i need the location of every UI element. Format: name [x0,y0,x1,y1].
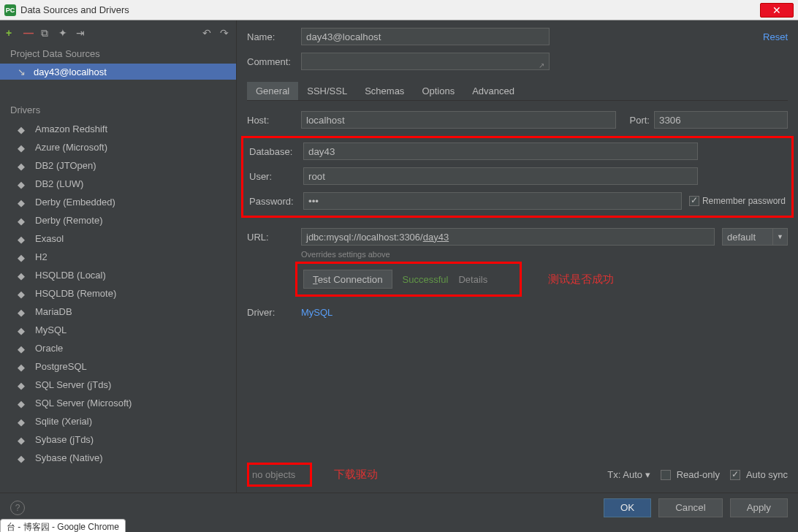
tx-mode-dropdown[interactable]: Tx: Auto ▾ [607,469,650,480]
driver-item[interactable]: ◆Azure (Microsoft) [0,138,236,156]
driver-item[interactable]: ◆MySQL [0,321,236,339]
datasource-item[interactable]: ↘ day43@localhost [0,64,236,80]
driver-label: Driver: [247,307,301,318]
driver-label: MySQL [35,324,66,335]
database-label: Database: [249,146,303,157]
user-input[interactable] [303,167,698,185]
remove-icon[interactable]: — [23,27,34,37]
url-type-dropdown-arrow[interactable]: ▼ [773,228,788,246]
password-label: Password: [249,196,303,207]
driver-label: Amazon Redshift [35,123,107,134]
project-data-sources-header: Project Data Sources [0,44,236,64]
driver-icon: ◆ [18,417,28,427]
driver-icon: ◆ [18,124,28,134]
driver-label: Sybase (Native) [35,452,102,463]
test-connection-highlight: TTest Connectionest Connection Successfu… [295,262,522,297]
driver-icon: ◆ [18,161,28,171]
driver-icon: ◆ [18,142,28,153]
driver-icon: ◆ [18,197,28,208]
url-input[interactable]: jdbc:mysql://localhost:3306/day43 [301,228,715,246]
tabs: GeneralSSH/SSLSchemasOptionsAdvanced [247,82,788,101]
driver-item[interactable]: ◆Exasol [0,229,236,248]
driver-item[interactable]: ◆MariaDB [0,303,236,321]
driver-item[interactable]: ◆Sybase (Native) [0,449,236,467]
driver-label: MariaDB [35,306,72,317]
port-input[interactable] [654,111,788,129]
tab-ssh-ssl[interactable]: SSH/SSL [298,82,356,100]
driver-item[interactable]: ◆PostgreSQL [0,357,236,376]
driver-item[interactable]: ◆Sybase (jTds) [0,430,236,449]
annotation-test: 测试是否成功 [548,273,614,286]
overrides-note: Overrides settings above [301,250,788,259]
add-icon[interactable]: + [6,27,16,37]
reset-link[interactable]: Reset [763,31,788,42]
driver-label: DB2 (LUW) [35,178,83,189]
driver-item[interactable]: ◆H2 [0,248,236,266]
close-window-button[interactable]: ✕ [760,3,794,18]
tx-mode-label: Tx: Auto [607,469,642,480]
driver-label: SQL Server (Microsoft) [35,398,132,408]
driver-item[interactable]: ◆DB2 (LUW) [0,175,236,193]
driver-icon: ◆ [18,270,28,281]
url-type-dropdown[interactable]: default [722,228,773,246]
driver-icon: ◆ [18,216,28,226]
url-prefix: jdbc:mysql://localhost:3306/ [306,232,423,243]
comment-input[interactable]: ↗ [301,53,550,70]
no-objects-highlight: no objects [247,463,312,487]
driver-icon: ◆ [18,343,28,354]
driver-item[interactable]: ◆SQL Server (jTds) [0,376,236,394]
driver-link[interactable]: MySQL [301,307,332,318]
tab-general[interactable]: General [247,82,298,100]
test-connection-button[interactable]: TTest Connectionest Connection [303,270,392,289]
expand-icon[interactable]: ↗ [539,61,544,69]
port-label: Port: [625,115,654,126]
import-icon[interactable]: ⇥ [76,27,86,37]
driver-item[interactable]: ◆Sqlite (Xerial) [0,412,236,430]
database-input[interactable] [303,142,698,160]
settings-icon[interactable]: ✦ [58,27,69,37]
details-link[interactable]: Details [458,274,487,285]
driver-item[interactable]: ◆Oracle [0,339,236,357]
annotation-download: 下载驱动 [334,468,378,482]
cancel-button[interactable]: Cancel [658,498,723,517]
remember-password-checkbox[interactable] [689,196,699,206]
driver-item[interactable]: ◆DB2 (JTOpen) [0,156,236,175]
sidebar: + — ⧉ ✦ ⇥ ↶ ↷ Project Data Sources ↘ day… [0,20,237,493]
driver-item[interactable]: ◆Derby (Embedded) [0,193,236,211]
copy-icon[interactable]: ⧉ [41,27,51,37]
sidebar-toolbar: + — ⧉ ✦ ⇥ ↶ ↷ [0,20,236,44]
driver-label: DB2 (JTOpen) [35,160,96,171]
driver-label: H2 [35,251,48,262]
tab-options[interactable]: Options [413,82,463,100]
driver-item[interactable]: ◆HSQLDB (Remote) [0,284,236,303]
apply-button[interactable]: Apply [730,498,788,517]
driver-item[interactable]: ◆SQL Server (Microsoft) [0,394,236,412]
ok-button[interactable]: OK [604,498,651,517]
help-icon[interactable]: ? [10,501,25,515]
name-input[interactable] [301,28,550,45]
name-label: Name: [247,31,301,42]
tab-advanced[interactable]: Advanced [463,82,523,100]
url-database-link[interactable]: day43 [423,232,449,243]
driver-label: HSQLDB (Local) [35,270,106,281]
driver-item[interactable]: ◆Amazon Redshift [0,120,236,138]
driver-icon: ◆ [18,453,28,463]
redo-icon[interactable]: ↷ [220,27,230,37]
password-input[interactable] [303,192,682,210]
driver-icon: ◆ [18,289,28,299]
driver-label: Sybase (jTds) [35,434,94,445]
user-label: User: [249,171,303,182]
driver-label: Derby (Remote) [35,215,102,226]
tab-schemas[interactable]: Schemas [356,82,413,100]
datasource-label: day43@localhost [34,66,107,77]
undo-icon[interactable]: ↶ [202,27,213,37]
remember-password-label: Remember password [702,196,786,206]
driver-item[interactable]: ◆HSQLDB (Local) [0,266,236,284]
drivers-header: Drivers [0,100,236,120]
host-input[interactable] [301,111,616,129]
comment-label: Comment: [247,56,301,67]
readonly-checkbox[interactable] [661,470,671,480]
autosync-checkbox[interactable] [730,470,740,480]
window-titlebar: PC Data Sources and Drivers ✕ [0,0,798,20]
driver-item[interactable]: ◆Derby (Remote) [0,211,236,229]
